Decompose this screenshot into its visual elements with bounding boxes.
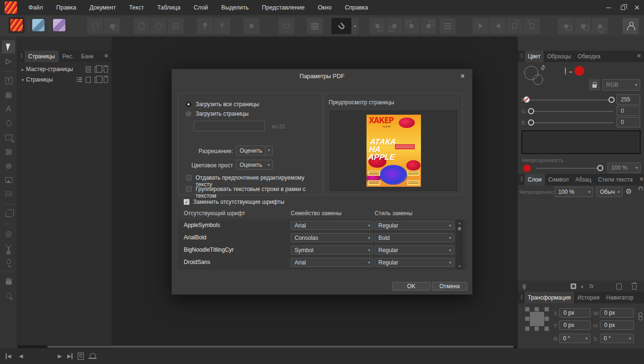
previous-page-button[interactable]: ◀: [19, 348, 23, 364]
zoom-tool[interactable]: [2, 289, 15, 302]
color-picker-tool[interactable]: [2, 255, 15, 268]
rectangle-tool[interactable]: [2, 131, 15, 144]
transparency-tool[interactable]: [2, 241, 15, 254]
panel-grip-icon[interactable]: ∥: [518, 292, 525, 303]
color-eyedropper-icon[interactable]: [565, 67, 566, 75]
page-range-input[interactable]: [194, 121, 265, 131]
add-master-page-icon[interactable]: [86, 66, 91, 73]
style-dropdown[interactable]: Regular▾: [375, 246, 454, 255]
menu-table[interactable]: Таблица: [151, 0, 187, 15]
tab-layers[interactable]: Слои: [525, 174, 545, 185]
new-layer-icon[interactable]: [617, 283, 622, 290]
collapse-arrow-icon[interactable]: ▸: [19, 67, 26, 72]
tab-pages[interactable]: Страницы: [25, 51, 59, 62]
red-slider-track[interactable]: [530, 100, 614, 100]
first-page-button[interactable]: ◀: [6, 348, 11, 364]
channels-lock-button[interactable]: [589, 79, 599, 91]
view-tool[interactable]: [2, 274, 15, 288]
table-row[interactable]: DroidSans-Bold Arial▾ Bold▾: [178, 269, 467, 270]
opacity-dropdown[interactable]: 100 % ▾: [608, 163, 641, 173]
resolution-dropdown[interactable]: Оценить ▾: [236, 146, 273, 155]
style-dropdown[interactable]: Regular▾: [375, 221, 454, 230]
tab-text-styles[interactable]: Стили текста: [595, 174, 636, 185]
panel-menu-icon[interactable]: ≡: [633, 51, 644, 62]
insert-frame-button[interactable]: ×: [168, 18, 184, 34]
persona-designer-button[interactable]: [32, 19, 45, 31]
move-to-back-button[interactable]: [420, 18, 437, 34]
layers-stack-icon[interactable]: ≫: [521, 283, 528, 290]
panel-grip-icon[interactable]: ∥: [518, 174, 525, 185]
picked-color-swatch[interactable]: [574, 66, 584, 76]
boolean-add-button[interactable]: [558, 18, 574, 34]
menu-text[interactable]: Текст: [122, 0, 150, 15]
scrollbar-thumb[interactable]: [47, 346, 514, 348]
account-button[interactable]: [623, 18, 639, 34]
family-dropdown[interactable]: Symbol▾: [291, 246, 373, 255]
picture-frame-rect-tool[interactable]: ⊠: [2, 145, 15, 158]
scroll-up-icon[interactable]: ▲: [456, 221, 463, 225]
apply-master-icon[interactable]: [76, 77, 82, 82]
scroll-thumb[interactable]: [458, 227, 461, 230]
adjustment-icon[interactable]: ◐: [581, 283, 585, 290]
table-row[interactable]: ArialBold Consolas▾ Bold▾: [178, 232, 467, 244]
pages-row[interactable]: ▾ Страницы: [18, 74, 112, 85]
panel-menu-icon[interactable]: ≡: [636, 174, 644, 185]
tab-paragraph[interactable]: Абзац: [572, 174, 595, 185]
boolean-divide-button[interactable]: [592, 18, 608, 34]
opacity-slider-track[interactable]: [536, 168, 602, 169]
duplicate-master-icon[interactable]: [95, 66, 100, 73]
ok-button[interactable]: OK: [392, 282, 430, 291]
move-forward-button[interactable]: [386, 18, 402, 34]
frame-text-tool[interactable]: T: [2, 74, 15, 87]
layers-list-empty[interactable]: [518, 199, 644, 281]
last-page-button[interactable]: ▶: [67, 348, 72, 364]
fx-icon[interactable]: fx: [589, 283, 593, 290]
table-row[interactable]: BigNoodleTitlingCyr Symbol▾ Regular▾: [178, 244, 467, 256]
x-field[interactable]: 0 px: [559, 308, 590, 318]
preflight-button[interactable]: [87, 18, 103, 34]
green-slider-knob[interactable]: [528, 108, 534, 114]
insert-ellipse-button[interactable]: [151, 18, 167, 34]
node-tool[interactable]: ▷: [2, 55, 15, 68]
pen-tool[interactable]: [2, 117, 15, 130]
anchor-point-selector[interactable]: [525, 307, 549, 331]
layers-opacity-dropdown[interactable]: 100 % ▾: [555, 187, 593, 197]
table-row[interactable]: AppleSymbols Arial▾ Regular▾: [178, 219, 467, 231]
tab-history[interactable]: История: [574, 292, 603, 303]
insert-page-button[interactable]: [134, 18, 150, 34]
load-pages-range-radio[interactable]: Загрузить страницы: [186, 110, 249, 117]
move-backward-button[interactable]: [403, 18, 420, 34]
blue-slider-knob[interactable]: [528, 119, 534, 126]
trash-icon[interactable]: [104, 78, 108, 83]
blend-mode-dropdown[interactable]: Обычн ▾: [596, 187, 623, 197]
pin-button[interactable]: [197, 18, 213, 34]
stroke-color-circle[interactable]: [533, 74, 543, 85]
menu-file[interactable]: Файл: [22, 0, 50, 15]
delete-layer-icon[interactable]: [632, 285, 636, 290]
insert-inside-button[interactable]: [243, 18, 259, 34]
tab-assets[interactable]: Банк: [77, 51, 97, 62]
layer-settings-gear-icon[interactable]: ⚙: [626, 187, 632, 196]
horizontal-scrollbar[interactable]: [18, 345, 517, 348]
restore-button[interactable]: [616, 0, 630, 15]
tab-symbol[interactable]: Символ: [545, 174, 572, 185]
mask-icon[interactable]: [571, 283, 576, 289]
tab-transform[interactable]: Трансформация: [525, 292, 574, 303]
minimize-button[interactable]: ─: [601, 0, 616, 15]
tab-navigator[interactable]: Навигатор: [603, 292, 637, 303]
next-page-button[interactable]: ▶: [58, 348, 62, 364]
blue-value-field[interactable]: 0: [617, 117, 640, 127]
group-text-checkbox[interactable]: Группировать текстовые строки в рамки с …: [186, 186, 322, 199]
menu-edit[interactable]: Правка: [50, 0, 83, 15]
move-to-front-button[interactable]: [369, 18, 385, 34]
boolean-subtract-button[interactable]: [575, 18, 591, 34]
load-all-pages-radio[interactable]: Загрузить все страницы: [186, 101, 259, 108]
preview-mode-button[interactable]: [278, 18, 295, 34]
panel-grip-icon[interactable]: ∥: [518, 51, 525, 62]
resource-button[interactable]: [104, 18, 120, 34]
text-flow-tool[interactable]: [2, 188, 15, 201]
shear-dropdown[interactable]: 0 ° ▾: [600, 334, 634, 343]
opacity-slider-knob[interactable]: [597, 165, 603, 171]
swap-colors-icon[interactable]: ⇄: [538, 63, 547, 72]
place-image-tool[interactable]: [2, 173, 15, 187]
